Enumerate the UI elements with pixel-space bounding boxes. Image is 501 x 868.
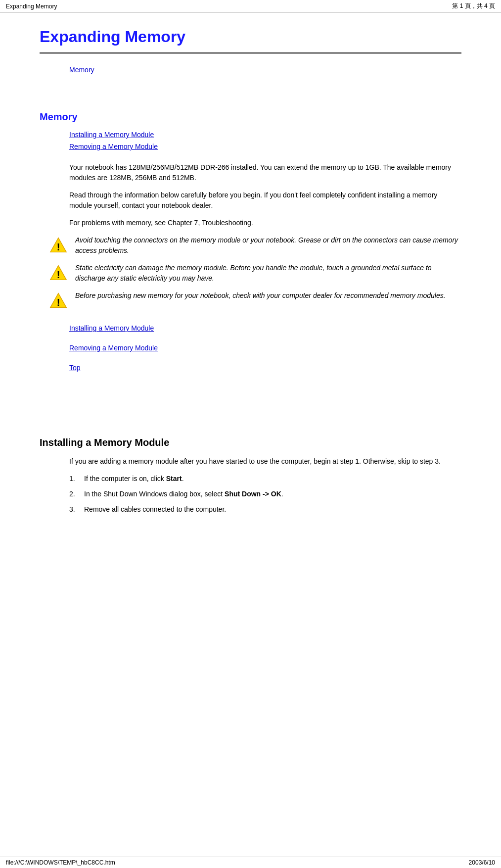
step-2-num: 2. bbox=[69, 489, 84, 499]
installing-intro: If you are adding a memory module after … bbox=[40, 456, 461, 467]
step-2: 2. In the Shut Down Windows dialog box, … bbox=[69, 489, 461, 499]
svg-text:!: ! bbox=[57, 269, 60, 280]
page-header: Expanding Memory 第 1 頁，共 4 頁 bbox=[0, 0, 501, 13]
toc-memory-link[interactable]: Memory bbox=[69, 66, 94, 74]
step-2-bold: Shut Down -> OK bbox=[225, 490, 281, 498]
top-anchor-link[interactable]: Top bbox=[69, 364, 81, 372]
step-1: 1. If the computer is on, click Start. bbox=[69, 474, 461, 484]
step-3-num: 3. bbox=[69, 504, 84, 515]
page-title: Expanding Memory bbox=[40, 28, 461, 46]
bottom-link-2: Removing a Memory Module bbox=[40, 344, 461, 352]
installing-section: Installing a Memory Module If you are ad… bbox=[40, 437, 461, 515]
warning-text-3: Before purchasing new memory for your no… bbox=[75, 290, 461, 301]
warning-icon-1: ! bbox=[49, 236, 67, 254]
top-link: Top bbox=[40, 364, 461, 372]
page-footer: file:///C:\WINDOWS\TEMP\_hbC8CC.htm 2003… bbox=[0, 857, 501, 868]
warning-2: ! Static electricity can damage the memo… bbox=[40, 263, 461, 284]
main-content: Expanding Memory Memory Memory Installin… bbox=[0, 13, 501, 549]
footer-left: file:///C:\WINDOWS\TEMP\_hbC8CC.htm bbox=[6, 859, 115, 866]
svg-text:!: ! bbox=[57, 241, 60, 252]
warning-text-1: Avoid touching the connectors on the mem… bbox=[75, 235, 461, 256]
memory-sublink-1: Installing a Memory Module bbox=[40, 131, 461, 139]
bottom-installing-link[interactable]: Installing a Memory Module bbox=[69, 324, 154, 332]
step-3-text: Remove all cables connected to the compu… bbox=[84, 504, 226, 515]
warning-icon-3: ! bbox=[49, 291, 67, 309]
memory-para-3: For problems with memory, see Chapter 7,… bbox=[40, 218, 461, 228]
memory-section-heading: Memory bbox=[40, 111, 461, 123]
title-divider bbox=[40, 52, 461, 54]
memory-para-1: Your notebook has 128MB/256MB/512MB DDR-… bbox=[40, 162, 461, 183]
sublink-installing[interactable]: Installing a Memory Module bbox=[69, 131, 154, 139]
svg-text:!: ! bbox=[57, 297, 60, 308]
steps-list: 1. If the computer is on, click Start. 2… bbox=[40, 474, 461, 515]
bottom-link-1: Installing a Memory Module bbox=[40, 324, 461, 332]
step-3: 3. Remove all cables connected to the co… bbox=[69, 504, 461, 515]
warning-text-2: Static electricity can damage the memory… bbox=[75, 263, 461, 284]
footer-right: 2003/6/10 bbox=[469, 859, 495, 866]
memory-sublink-2: Removing a Memory Module bbox=[40, 143, 461, 150]
toc-section: Memory bbox=[40, 66, 461, 74]
bottom-removing-link[interactable]: Removing a Memory Module bbox=[69, 344, 158, 352]
warning-icon-2: ! bbox=[49, 264, 67, 282]
installing-heading: Installing a Memory Module bbox=[40, 437, 461, 448]
warning-3: ! Before purchasing new memory for your … bbox=[40, 290, 461, 309]
header-right: 第 1 頁，共 4 頁 bbox=[452, 2, 495, 10]
step-1-bold: Start bbox=[166, 475, 182, 482]
header-left: Expanding Memory bbox=[6, 3, 57, 10]
step-1-num: 1. bbox=[69, 474, 84, 484]
step-2-text: In the Shut Down Windows dialog box, sel… bbox=[84, 489, 283, 499]
memory-para-2: Read through the information below caref… bbox=[40, 190, 461, 211]
sublink-removing[interactable]: Removing a Memory Module bbox=[69, 143, 158, 150]
warning-1: ! Avoid touching the connectors on the m… bbox=[40, 235, 461, 256]
step-1-text: If the computer is on, click Start. bbox=[84, 474, 184, 484]
